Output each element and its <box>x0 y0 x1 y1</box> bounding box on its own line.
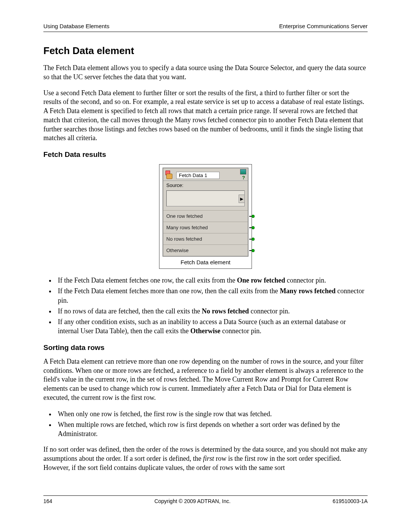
source-field[interactable]: ▶ <box>166 190 245 206</box>
footer-rule <box>43 495 368 496</box>
fetch-data-widget: Fetch Data 1 ? Source: ▶ One row fetched… <box>159 164 252 269</box>
list-item: If any other condition exists, such as a… <box>56 317 368 336</box>
doc-id: 619510003-1A <box>333 498 368 504</box>
section-sorting: Sorting data rows <box>43 343 368 352</box>
list-item: When only one row is fetched, the first … <box>56 409 368 419</box>
figure-wrap: Fetch Data 1 ? Source: ▶ One row fetched… <box>43 164 368 269</box>
row-otherwise[interactable]: Otherwise <box>163 244 248 256</box>
row-many-fetched[interactable]: Many rows fetched <box>163 222 248 233</box>
page-title: Fetch Data element <box>43 45 368 57</box>
connector-pin-icon <box>249 227 255 229</box>
row-one-fetched[interactable]: One row fetched <box>163 210 248 222</box>
widget-title-bar: Fetch Data 1 ? <box>163 168 248 181</box>
header-rule <box>43 32 368 32</box>
page-number: 164 <box>43 498 52 504</box>
list-item: If no rows of data are fetched, then the… <box>56 307 368 316</box>
section-fetch-results: Fetch Data results <box>43 150 368 159</box>
row-no-rows[interactable]: No rows fetched <box>163 233 248 244</box>
results-bullets: If the Fetch Data element fetches one ro… <box>43 276 368 336</box>
help-icon[interactable]: ? <box>241 175 246 181</box>
list-item: If the Fetch Data element fetches more t… <box>56 286 368 305</box>
sorting-bullets: When only one row is fetched, the first … <box>43 409 368 439</box>
header-left: Using Database Elements <box>43 23 109 29</box>
list-item: If the Fetch Data element fetches one ro… <box>56 276 368 285</box>
connector-pin-icon <box>249 238 255 240</box>
top-connector-icon <box>240 169 246 174</box>
widget-title-field[interactable]: Fetch Data 1 <box>176 172 220 179</box>
connector-pin-icon <box>249 215 255 217</box>
copyright: Copyright © 2009 ADTRAN, Inc. <box>155 498 231 504</box>
list-item: When multiple rows are fetched, which ro… <box>56 420 368 439</box>
source-label: Source: <box>163 181 248 189</box>
intro-paragraph-1: The Fetch Data element allows you to spe… <box>43 64 368 82</box>
header-right: Enterprise Communications Server <box>279 23 368 29</box>
sorting-paragraph-2: If no sort order was defined, then the o… <box>43 445 368 472</box>
connector-pin-icon <box>249 249 255 252</box>
figure-caption: Fetch Data element <box>162 259 249 265</box>
sorting-paragraph-1: A Fetch Data element can retrieve more t… <box>43 357 368 403</box>
intro-paragraph-2: Use a second Fetch Data element to furth… <box>43 89 368 143</box>
expand-icon[interactable]: ▶ <box>239 195 245 203</box>
database-icon <box>166 171 175 180</box>
